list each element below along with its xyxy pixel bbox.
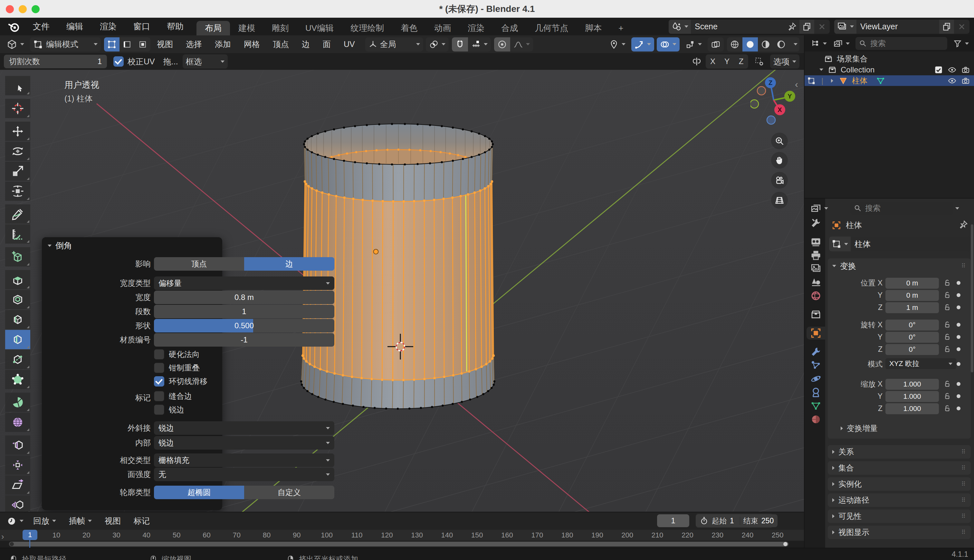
tab-constraints[interactable]: [807, 386, 825, 399]
gizmo-neg-y-axis[interactable]: [750, 100, 758, 108]
mark-seams-checkbox[interactable]: [154, 391, 164, 401]
tab-material[interactable]: [807, 413, 825, 426]
shading-dropdown[interactable]: [789, 37, 799, 52]
animate-dot[interactable]: [957, 394, 961, 398]
tab-collection[interactable]: [807, 308, 825, 321]
target-snap-icon[interactable]: [751, 54, 768, 68]
mode-dropdown[interactable]: 编辑模式: [30, 37, 101, 52]
workspace-tab[interactable]: 纹理绘制: [342, 21, 392, 35]
tool-shear[interactable]: [5, 475, 30, 495]
lock-icon[interactable]: [943, 291, 951, 299]
animate-dot[interactable]: [957, 347, 961, 351]
menu-item[interactable]: 窗口: [125, 18, 159, 35]
panel-collapse-icon[interactable]: [48, 245, 52, 247]
lock-icon[interactable]: [943, 404, 951, 413]
tab-particles[interactable]: [807, 359, 825, 372]
tool-smooth[interactable]: [5, 413, 30, 432]
pin-scene-icon[interactable]: [787, 22, 797, 32]
collection-row[interactable]: Collection: [805, 64, 974, 75]
gizmo-z-axis[interactable]: Z: [769, 79, 772, 86]
timeline-ruler[interactable]: 1020304050607080901001101201301401501601…: [0, 530, 804, 541]
transform-value-field[interactable]: 1.000: [885, 391, 939, 402]
outliner-search-input[interactable]: 搜索: [855, 37, 947, 50]
properties-editor-type-button[interactable]: [807, 201, 831, 215]
playhead-line[interactable]: [29, 540, 30, 548]
profile-custom-option[interactable]: 自定义: [244, 486, 334, 499]
material-preview-button[interactable]: [758, 37, 774, 52]
gizmo-settings-dropdown[interactable]: [682, 37, 705, 52]
lock-icon[interactable]: [943, 303, 951, 312]
shape-slider[interactable]: 0.500: [154, 319, 334, 332]
transform-value-field[interactable]: 1 m: [885, 302, 939, 313]
tool-box-select[interactable]: [5, 76, 30, 95]
collection-expand-icon[interactable]: [819, 68, 823, 71]
scene-selector[interactable]: Scene: [669, 20, 830, 34]
miter-outer-dropdown[interactable]: 锐边: [154, 421, 334, 435]
properties-section-collapsed[interactable]: 关系 ⠿: [828, 445, 971, 458]
menu-item[interactable]: 文件: [25, 18, 58, 35]
outliner-display-mode-dropdown[interactable]: [807, 37, 830, 50]
animate-dot[interactable]: [957, 281, 961, 285]
mirror-y-button[interactable]: Y: [720, 54, 734, 68]
transform-value-field[interactable]: 0°: [885, 332, 939, 343]
disable-in-render-icon[interactable]: [961, 65, 970, 74]
properties-section-collapsed[interactable]: 实例化 ⠿: [828, 477, 971, 491]
object-row-selected[interactable]: | 柱体: [805, 75, 974, 86]
tool-measure[interactable]: [5, 224, 30, 243]
lock-icon[interactable]: [943, 345, 951, 353]
wireframe-shading-button[interactable]: [727, 37, 742, 52]
tool-annotate[interactable]: [5, 204, 30, 224]
loop-slide-checkbox[interactable]: [154, 376, 164, 387]
collection-checkbox-icon[interactable]: [934, 65, 943, 74]
disable-in-render-icon[interactable]: [961, 76, 970, 85]
properties-options-dropdown[interactable]: [952, 201, 962, 215]
segments-field[interactable]: 1: [154, 305, 334, 318]
animate-dot[interactable]: [957, 305, 961, 309]
workspace-tab[interactable]: 布局: [197, 21, 230, 35]
tool-scale[interactable]: [5, 162, 30, 181]
width-field[interactable]: 0.8 m: [154, 291, 334, 304]
orientation-dropdown[interactable]: 全局: [365, 37, 423, 52]
workspace-tab[interactable]: 合成: [493, 21, 526, 35]
animate-dot[interactable]: [957, 382, 961, 386]
tab-physics[interactable]: [807, 372, 825, 385]
correct-uv-checkbox[interactable]: [114, 56, 124, 67]
scene-browse-icon[interactable]: [669, 20, 691, 34]
proportional-edit-toggle[interactable]: [494, 37, 510, 52]
viewport-menu-item[interactable]: 面: [316, 39, 337, 50]
hide-in-viewport-icon[interactable]: [947, 76, 957, 85]
properties-section-collapsed[interactable]: 运动路径 ⠿: [828, 493, 971, 507]
profile-superellipse-option[interactable]: 超椭圆: [154, 486, 244, 499]
show-gizmo-toggle[interactable]: [631, 37, 654, 52]
tool-knife[interactable]: [5, 350, 30, 369]
affect-vertices-option[interactable]: 顶点: [154, 257, 244, 271]
tool-rotate[interactable]: [5, 142, 30, 161]
tab-modifiers[interactable]: [807, 345, 825, 358]
object-type-visibility-dropdown[interactable]: [606, 37, 629, 52]
timeline-menu-item[interactable]: 视图: [98, 516, 127, 526]
pivot-point-dropdown[interactable]: [426, 37, 449, 52]
lock-icon[interactable]: [943, 380, 951, 388]
new-scene-button[interactable]: [799, 20, 814, 34]
panel-grip-icon[interactable]: ⠿: [961, 262, 966, 269]
pan-hand-button[interactable]: [771, 152, 788, 168]
timeline-menu-item[interactable]: 回放: [27, 516, 62, 526]
tab-tool[interactable]: [807, 217, 825, 230]
viewport-menu-item[interactable]: 视图: [150, 39, 179, 50]
tool-edge-slide[interactable]: [5, 435, 30, 455]
tool-cursor[interactable]: [5, 99, 30, 118]
timeline-expand-arrow[interactable]: ›: [1, 532, 4, 542]
vertex-select-button[interactable]: [104, 37, 120, 52]
tool-transform[interactable]: [5, 182, 30, 201]
transform-value-field[interactable]: 0°: [885, 344, 939, 355]
transform-collapse-icon[interactable]: [832, 265, 836, 267]
tool-inset-faces[interactable]: [5, 290, 30, 309]
viewport-menu-item[interactable]: 添加: [209, 39, 237, 50]
tab-object[interactable]: [807, 327, 825, 340]
material-index-field[interactable]: -1: [154, 333, 334, 347]
properties-section-collapsed[interactable]: 集合 ⠿: [828, 461, 971, 475]
miter-inner-dropdown[interactable]: 锐边: [154, 436, 334, 450]
timeline-menu-item[interactable]: 标记: [127, 516, 156, 526]
zoom-button[interactable]: [771, 133, 788, 149]
workspace-tab[interactable]: UV编辑: [297, 21, 342, 35]
